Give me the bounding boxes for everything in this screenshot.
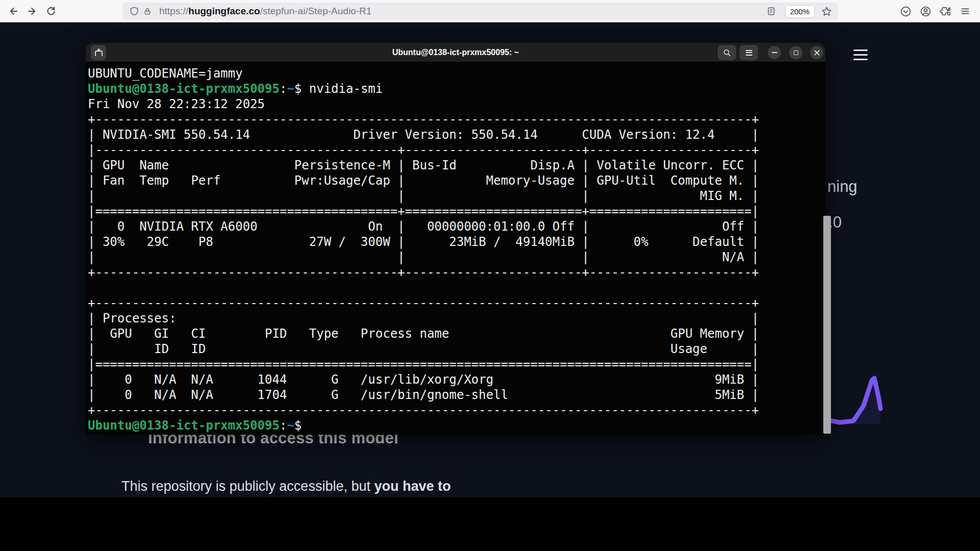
page-paragraph-bold: you have to (374, 479, 451, 494)
close-button[interactable] (810, 46, 823, 59)
hamburger-icon (746, 48, 752, 57)
terminal-line: | | | MIG M. | (88, 188, 825, 204)
page-paragraph-regular: This repository is publicly accessible, … (121, 479, 374, 494)
toolbar-right-icons (899, 0, 972, 22)
scrollbar-thumb[interactable] (823, 216, 831, 434)
url-bar[interactable]: https://huggingface.co/stepfun-ai/Step-A… (122, 3, 838, 20)
reload-button[interactable] (42, 0, 60, 22)
terminal-line: | Processes: | (88, 311, 825, 326)
shield-icon[interactable] (128, 5, 141, 18)
terminal-menu-button[interactable] (740, 45, 758, 60)
forward-arrow-icon (27, 6, 38, 17)
terminal-line: |---------------------------------------… (88, 142, 825, 158)
url-domain: huggingface.co (188, 6, 260, 16)
reader-view-icon[interactable] (765, 5, 778, 18)
search-icon (723, 48, 731, 57)
terminal-line: | 0 N/A N/A 1044 G /usr/lib/xorg/Xorg 9M… (88, 372, 825, 387)
bookmark-star-icon[interactable] (820, 5, 833, 18)
terminal-window: Ubuntu@0138-ict-prxmx50095: ~ UBUNTU_COD… (86, 43, 825, 435)
maximize-button[interactable] (789, 46, 802, 59)
terminal-line: | GPU GI CI PID Type Process name GPU Me… (88, 326, 825, 341)
bottom-black-band (0, 497, 980, 551)
terminal-titlebar[interactable]: Ubuntu@0138-ict-prxmx50095: ~ (86, 43, 825, 62)
site-menu-icon[interactable] (853, 49, 868, 63)
extensions-puzzle-icon[interactable] (939, 5, 952, 18)
url-path: /stepfun-ai/Step-Audio-R1 (260, 6, 372, 16)
terminal-line: +---------------------------------------… (88, 112, 825, 127)
terminal-line: |=======================================… (88, 204, 825, 219)
terminal-line: +---------------------------------------… (88, 403, 825, 418)
terminal-line: | 0 NVIDIA RTX A6000 On | 00000000:01:00… (88, 219, 825, 234)
back-button[interactable] (4, 0, 22, 22)
browser-menu-icon[interactable] (959, 5, 972, 18)
terminal-line: UBUNTU_CODENAME=jammy (88, 66, 825, 81)
zoom-level-indicator[interactable]: 200% (785, 5, 815, 18)
forward-button[interactable] (23, 0, 41, 22)
terminal-line: | 0 N/A N/A 1704 G /usr/bin/gnome-shell … (88, 387, 825, 403)
terminal-prompt-line: Ubuntu@0138-ict-prxmx50095:~$ nvidia-smi (88, 81, 825, 96)
terminal-line: | 30% 29C P8 27W / 300W | 23MiB / 49140M… (88, 234, 825, 249)
back-arrow-icon (8, 6, 19, 17)
url-prefix: https:// (159, 6, 188, 16)
maximize-icon (794, 51, 798, 55)
terminal-line: Fri Nov 28 22:23:12 2025 (88, 96, 825, 112)
minimize-button[interactable] (768, 46, 781, 59)
terminal-search-button[interactable] (718, 45, 736, 60)
terminal-output: UBUNTU_CODENAME=jammyUbuntu@0138-ict-prx… (86, 62, 825, 433)
lock-icon[interactable] (141, 5, 154, 18)
browser-toolbar: https://huggingface.co/stepfun-ai/Step-A… (0, 0, 980, 22)
audio-waveform-graphic (817, 370, 919, 441)
terminal-line: | ID ID Usage | (88, 341, 825, 357)
terminal-line: +---------------------------------------… (88, 295, 825, 311)
minimize-icon (772, 52, 777, 53)
terminal-line: | Fan Temp Perf Pwr:Usage/Cap | Memory-U… (88, 173, 825, 188)
terminal-line: |=======================================… (88, 357, 825, 372)
terminal-body[interactable]: UBUNTU_CODENAME=jammyUbuntu@0138-ict-prx… (86, 62, 825, 435)
clipped-text-right-1: ning (827, 178, 857, 196)
close-icon (814, 49, 820, 56)
terminal-line: | GPU Name Persistence-M | Bus-Id Disp.A… (88, 158, 825, 173)
terminal-line: +---------------------------------------… (88, 265, 825, 280)
url-text: https://huggingface.co/stepfun-ai/Step-A… (159, 6, 372, 17)
terminal-title: Ubuntu@0138-ict-prxmx50095: ~ (86, 43, 825, 62)
terminal-line: | NVIDIA-SMI 550.54.14 Driver Version: 5… (88, 127, 825, 142)
page-paragraph: This repository is publicly accessible, … (121, 479, 451, 494)
reload-icon (45, 6, 57, 17)
terminal-line (88, 280, 825, 295)
account-icon[interactable] (919, 5, 932, 18)
terminal-prompt-line: Ubuntu@0138-ict-prxmx50095:~$ (88, 418, 825, 433)
pocket-icon[interactable] (899, 5, 912, 18)
terminal-line: | | | N/A | (88, 249, 825, 265)
